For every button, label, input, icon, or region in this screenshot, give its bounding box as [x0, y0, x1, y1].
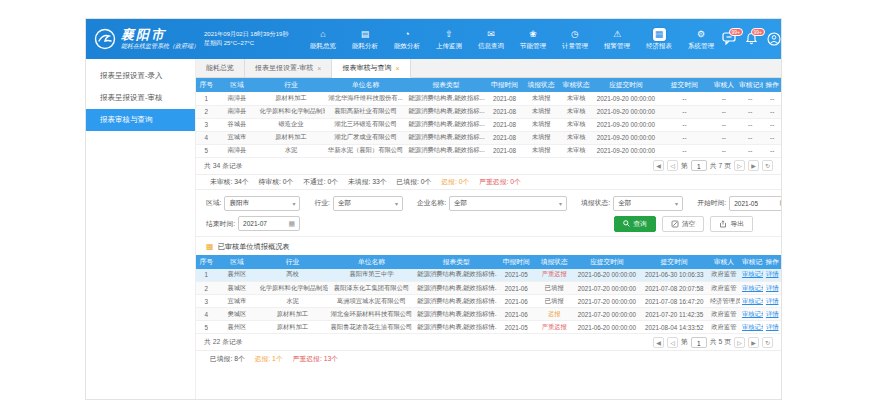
table-row[interactable]: 5襄州区原材料加工襄阳鲁花浓香花生油有限公司能源消费结构表,能效指标情...20… — [196, 321, 781, 334]
table-row[interactable]: 4樊城区原材料加工湖北金环新材料科技有限公司能源消费结构表,能效指标情...20… — [196, 308, 781, 321]
table-cell: 1 — [196, 92, 216, 105]
nav-item-upload[interactable]: ⇧上传监测 — [428, 28, 470, 51]
review-record-link[interactable]: 审核记录 — [742, 284, 763, 291]
table-cell: 2021-09-20 00:00:00 — [594, 105, 658, 118]
table-cell: -- — [711, 92, 737, 105]
detail-link[interactable]: 详情 — [766, 284, 779, 291]
pager-next-button[interactable]: ▷ — [734, 160, 745, 171]
column-header: 区域 — [216, 78, 257, 92]
nav-item-meter[interactable]: ◷计量管理 — [554, 28, 596, 51]
end-time-label: 结束时间: — [206, 219, 235, 229]
table-cell: 详情 — [763, 321, 781, 334]
review-record-link[interactable]: 审核记录 — [742, 323, 763, 330]
column-header: 行业 — [257, 255, 327, 269]
table-cell: 2021-09-20 00:00:00 — [594, 144, 658, 157]
table-cell: -- — [763, 118, 781, 131]
nav-item-gear[interactable]: ⚙系统管理 — [680, 28, 722, 51]
clear-button[interactable]: 清空 — [662, 216, 705, 232]
table-cell: 2021-09-20 00:00:00 — [594, 131, 658, 144]
gauge-icon: ◔ — [401, 28, 414, 41]
nav-item-leaf[interactable]: ❀节能管理 — [512, 28, 554, 51]
nav-item-doc[interactable]: ✉信息查询 — [470, 28, 512, 51]
column-header: 操作 — [763, 255, 781, 269]
table-cell: 湖北金环新材料科技有限公司 — [328, 308, 416, 321]
table-cell: 宜城市 — [216, 295, 257, 308]
start-time-input[interactable]: 2021-05▦ — [729, 196, 781, 211]
pager-last-button[interactable]: ▶ — [748, 160, 759, 171]
tab-close-icon[interactable]: × — [395, 65, 399, 72]
table-row[interactable]: 2南漳县化学原料和化学制品制造业襄阳高新社业有限公司能源消费结构表,能效指标..… — [196, 105, 781, 118]
table-row[interactable]: 5南漳县水泥华新水泥（襄阳）有限公司能源消费结构表,能效指标...2021-08… — [196, 144, 781, 157]
pager-prev-button[interactable]: ◁ — [667, 337, 678, 348]
search-button[interactable]: 查询 — [614, 216, 656, 232]
table-cell: 未审核 — [559, 92, 594, 105]
company-select[interactable]: 全部▾ — [449, 196, 567, 211]
detail-link[interactable]: 详情 — [766, 310, 779, 317]
column-header: 申报时间 — [486, 78, 524, 92]
table-cell: 宜城市 — [216, 131, 257, 144]
tab-item[interactable]: 能耗总览 — [196, 59, 245, 77]
industry-filter-label: 行业: — [314, 198, 329, 208]
sidebar-item[interactable]: 报表呈报设置-审核 — [86, 87, 195, 109]
table-row[interactable]: 3谷城县锻造企业湖北三环锻造有限公司能源消费结构表,能效指标...2021-08… — [196, 118, 781, 131]
review-record-link[interactable]: 审核记录 — [742, 310, 763, 317]
company-filter-label: 企业名称: — [417, 198, 446, 208]
table-row[interactable]: 1南漳县原材料加工湖北华海纤维科技股份有...能源消费结构表,能效指标...20… — [196, 92, 781, 105]
industry-select[interactable]: 全部▾ — [333, 196, 403, 211]
table-row[interactable]: 4宜城市原材料加工湖北广发成业有限公司能源消费结构表,能效指标...2021-0… — [196, 131, 781, 144]
fill-status-select[interactable]: 全部▾ — [613, 196, 683, 211]
logout-button[interactable]: 退出 — [850, 28, 860, 50]
sidebar-item[interactable]: 报表呈报设置-录入 — [86, 65, 195, 87]
page-number-input[interactable]: 1 — [691, 337, 707, 348]
tab-active[interactable]: 报表审核与查询× — [332, 59, 410, 78]
pager-first-button[interactable]: ◀ — [653, 337, 664, 348]
table-cell: 未填报 — [524, 144, 559, 157]
table-row[interactable]: 3宜城市水泥葛洲坝宜城水泥有限公司能源消费结构表,能效指标情...2021-06… — [196, 295, 781, 308]
logout-label: 退出 — [850, 38, 860, 50]
table-row[interactable]: 1襄州区高校襄阳市第三中学能源消费结构表,能效指标情...2021-05严重迟报… — [196, 269, 781, 282]
refresh-icon[interactable]: ↻ — [762, 337, 773, 348]
table-cell: 襄州区 — [216, 321, 257, 334]
nav-item-bar-chart[interactable]: ▤能耗分析 — [344, 28, 386, 51]
nav-item-report[interactable]: ▦经济报表 — [638, 28, 680, 51]
table-cell: 未审核 — [559, 118, 594, 131]
detail-link[interactable]: 详情 — [766, 323, 779, 330]
nav-item-gauge[interactable]: ◔能效分析 — [386, 28, 428, 51]
review-record-link[interactable]: 审核记录 — [742, 297, 763, 304]
column-header: 单位名称 — [328, 255, 416, 269]
table-cell: 2021-06-20 00:00:00 — [573, 321, 640, 334]
user-menu[interactable]: Hello,政府监管 ▾ — [790, 34, 841, 44]
end-time-input[interactable]: 2021-07▦ — [238, 216, 300, 231]
tab-close-icon[interactable]: × — [317, 65, 321, 72]
detail-link[interactable]: 详情 — [766, 297, 779, 304]
avatar[interactable] — [767, 32, 781, 46]
column-header: 序号 — [196, 255, 216, 269]
start-time-label: 开始时间: — [697, 198, 726, 208]
tab-item[interactable]: 报表呈报设置-审核× — [245, 59, 332, 77]
region-select[interactable]: 襄阳市▾ — [224, 196, 300, 211]
message-icon[interactable]: 99+ — [722, 32, 736, 46]
pager-prev-button[interactable]: ◁ — [667, 160, 678, 171]
export-button[interactable]: 导出 — [710, 216, 753, 232]
table-cell: -- — [737, 144, 763, 157]
sidebar-item[interactable]: 报表审核与查询 — [86, 109, 195, 131]
page-number-input[interactable]: 1 — [691, 160, 707, 171]
reviewed-table-title: ▦ 已审核单位填报概况表 — [196, 237, 781, 255]
system-title: 襄阳市 能耗在线监管系统（政府端） — [121, 28, 199, 51]
nav-item-alarm[interactable]: ⚠报警管理 — [596, 28, 638, 51]
pending-report-table: 序号区域行业单位名称报表类型申报时间填报状态审核状态应提交时间提交时间审核人审核… — [196, 78, 781, 158]
alarm-bell-icon[interactable]: 99+ — [745, 32, 758, 46]
pager-next-button[interactable]: ▷ — [734, 337, 745, 348]
review-record-link[interactable]: 审核记录 — [742, 270, 763, 277]
pager-last-button[interactable]: ▶ — [748, 337, 759, 348]
table-cell: -- — [658, 105, 711, 118]
pager-first-button[interactable]: ◀ — [653, 160, 664, 171]
refresh-icon[interactable]: ↻ — [762, 160, 773, 171]
stat-item: 严重迟报: 13个 — [293, 354, 338, 364]
record-count: 共 34 条记录 — [204, 161, 243, 171]
table-row[interactable]: 2襄城区化学原料和化学制品制造业襄阳泽东化工集团有限公司能源消费结构表,能效指标… — [196, 282, 781, 295]
detail-link[interactable]: 详情 — [766, 270, 779, 277]
nav-item-home[interactable]: ⌂能耗总览 — [302, 28, 344, 51]
column-header: 报表类型 — [415, 255, 497, 269]
main-content: 能耗总览报表呈报设置-审核×报表审核与查询× 序号区域行业单位名称报表类型申报时… — [196, 59, 781, 399]
